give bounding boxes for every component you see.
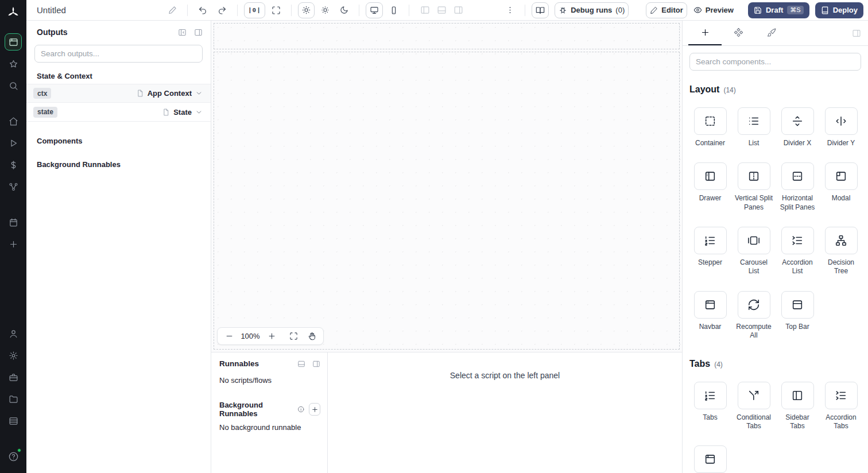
star-icon [9, 59, 18, 69]
rail-item-settings[interactable] [5, 347, 22, 364]
rail-item-apps[interactable] [5, 33, 22, 51]
rail-item-account[interactable] [5, 325, 22, 342]
draft-shortcut: ⌘S [787, 6, 803, 14]
tabs-icon [704, 389, 716, 402]
zoom-out-button[interactable] [221, 329, 237, 343]
rail-item-star[interactable] [5, 55, 22, 72]
edit-title-button[interactable] [164, 2, 181, 18]
app-canvas[interactable]: 100% [211, 21, 682, 352]
pan-button[interactable] [304, 329, 320, 343]
home-icon [9, 117, 18, 126]
runnables-dock-button[interactable] [297, 360, 305, 368]
rail-item-add[interactable] [5, 235, 22, 253]
app-title[interactable]: Untitled [37, 5, 162, 15]
toggle-right-panel-button[interactable] [454, 5, 463, 15]
tabs-section-count: (4) [714, 360, 723, 369]
component-tile-divider-y[interactable]: Divider Y [825, 107, 858, 148]
component-tile-tabs[interactable]: Tabs [694, 382, 727, 422]
rail-item-runs[interactable] [5, 134, 22, 152]
redo-button[interactable] [214, 2, 231, 18]
undo-icon [198, 6, 207, 15]
component-tile-partial[interactable] [694, 445, 727, 473]
modal-icon [835, 170, 847, 183]
rail-item-workers[interactable] [5, 369, 22, 386]
undo-button[interactable] [194, 2, 211, 18]
width-marker-button[interactable]: |0| [244, 2, 265, 18]
component-tile-vertical-split[interactable]: Vertical Split Panes [734, 162, 773, 212]
preview-button[interactable]: Preview [689, 2, 738, 18]
outputs-search-input[interactable] [34, 45, 203, 63]
tab-component-settings[interactable] [722, 21, 755, 45]
table-rows-icon [9, 416, 18, 426]
tab-styling[interactable] [755, 21, 788, 45]
container-icon [704, 115, 716, 127]
component-tile-modal[interactable]: Modal [825, 162, 858, 203]
add-background-runnable-button[interactable] [309, 403, 320, 416]
component-tile-recompute-all[interactable]: Recompute All [734, 291, 773, 340]
outputs-panel: Outputs State & Context ctx [26, 21, 211, 473]
component-tile-list[interactable]: List [738, 107, 770, 148]
theme-light-button[interactable] [298, 2, 315, 18]
header-drop-zone[interactable] [214, 23, 680, 49]
editor-button[interactable]: Editor [646, 2, 687, 18]
document-icon [137, 90, 144, 97]
zoom-in-button[interactable] [264, 329, 280, 343]
component-tile-conditional-tabs[interactable]: Conditional Tabs [734, 382, 773, 431]
rail-item-search[interactable] [5, 77, 22, 94]
tab-add-component[interactable] [688, 21, 722, 45]
fullscreen-canvas-button[interactable] [268, 2, 285, 18]
draft-button[interactable]: Draft ⌘S [748, 2, 809, 18]
rail-item-folders[interactable] [5, 390, 22, 408]
toggle-bottom-panel-button[interactable] [437, 5, 447, 15]
outputs-collapse-button[interactable] [178, 28, 187, 37]
component-tile-accordion-tabs[interactable]: Accordion Tabs [822, 382, 861, 431]
fit-view-button[interactable] [285, 329, 301, 343]
document-icon [162, 108, 170, 116]
info-icon [297, 405, 304, 413]
outputs-expand-button[interactable] [194, 28, 203, 37]
rail-item-resources[interactable] [5, 178, 22, 195]
help-button[interactable] [5, 448, 22, 465]
output-row-state[interactable]: state State [26, 103, 211, 122]
rail-item-home[interactable] [5, 113, 22, 130]
refresh-icon [747, 298, 760, 311]
plus-icon [311, 406, 319, 413]
rail-item-schedules[interactable] [5, 214, 22, 231]
no-scripts-text: No scripts/flows [219, 376, 320, 385]
left-rail [0, 0, 26, 473]
more-menu-button[interactable] [502, 2, 518, 18]
topbar: Untitled |0| [26, 0, 868, 21]
rail-item-logs[interactable] [5, 412, 22, 429]
main-drop-zone[interactable] [214, 52, 680, 350]
component-tile-carousel[interactable]: Carousel List [734, 227, 773, 276]
docs-button[interactable] [532, 2, 549, 18]
rail-item-variables[interactable] [5, 156, 22, 173]
theme-dark-button[interactable] [336, 2, 352, 18]
component-tile-divider-x[interactable]: Divider X [781, 107, 814, 148]
component-tile-top-bar[interactable]: Top Bar [781, 291, 814, 331]
windmill-logo-icon[interactable] [6, 6, 20, 20]
collapse-right-panel-button[interactable] [852, 21, 862, 45]
component-tile-container[interactable]: Container [694, 107, 727, 148]
toggle-left-panel-button[interactable] [420, 5, 430, 15]
deploy-button[interactable]: Deploy [815, 2, 863, 18]
script-editor-placeholder: Select a script on the left panel [328, 352, 682, 473]
theme-bright-button[interactable] [317, 2, 334, 18]
component-tile-drawer[interactable]: Drawer [694, 162, 727, 203]
component-tile-decision-tree[interactable]: Decision Tree [822, 227, 861, 276]
sidebar-tabs-icon [791, 389, 804, 402]
mobile-view-button[interactable] [385, 2, 402, 18]
component-tile-navbar[interactable]: Navbar [694, 291, 727, 331]
component-tile-stepper[interactable]: Stepper [694, 227, 727, 267]
component-tile-horizontal-split[interactable]: Horizontal Split Panes [778, 162, 817, 212]
debug-runs-button[interactable]: Debug runs (0) [555, 2, 629, 18]
runnables-expand-button[interactable] [312, 360, 320, 368]
eye-icon [693, 6, 702, 14]
layout-section-count: (14) [723, 86, 735, 94]
book-open-icon [536, 6, 545, 15]
output-row-ctx[interactable]: ctx App Context [26, 84, 211, 103]
component-tile-sidebar-tabs[interactable]: Sidebar Tabs [778, 382, 817, 431]
desktop-view-button[interactable] [366, 2, 383, 18]
components-search-input[interactable] [689, 53, 861, 71]
component-tile-accordion-list[interactable]: Accordion List [778, 227, 817, 276]
